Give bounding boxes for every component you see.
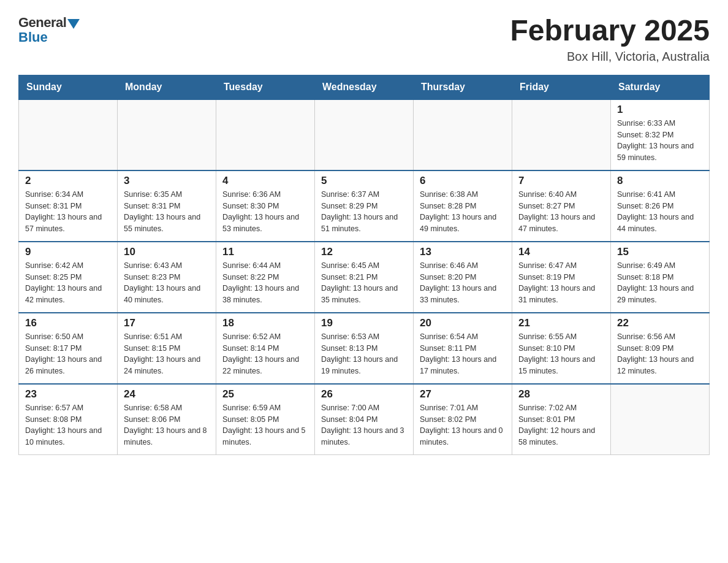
day-info: Sunrise: 6:54 AM Sunset: 8:11 PM Dayligh… [420, 331, 506, 377]
calendar-cell: 5Sunrise: 6:37 AM Sunset: 8:29 PM Daylig… [315, 170, 414, 242]
day-number: 13 [420, 246, 506, 258]
calendar-cell: 21Sunrise: 6:55 AM Sunset: 8:10 PM Dayli… [512, 313, 611, 384]
calendar-cell: 2Sunrise: 6:34 AM Sunset: 8:31 PM Daylig… [19, 170, 118, 242]
calendar-cell [118, 99, 216, 170]
day-number: 8 [617, 175, 703, 187]
day-number: 19 [321, 317, 407, 329]
calendar-cell: 14Sunrise: 6:47 AM Sunset: 8:19 PM Dayli… [512, 242, 611, 313]
calendar-cell: 11Sunrise: 6:44 AM Sunset: 8:22 PM Dayli… [216, 242, 315, 313]
calendar-cell: 9Sunrise: 6:42 AM Sunset: 8:25 PM Daylig… [19, 242, 118, 313]
calendar-header-friday: Friday [512, 75, 611, 99]
logo-blue-text: Blue [18, 29, 48, 45]
calendar-cell: 26Sunrise: 7:00 AM Sunset: 8:04 PM Dayli… [315, 384, 414, 455]
day-info: Sunrise: 6:52 AM Sunset: 8:14 PM Dayligh… [222, 331, 308, 377]
day-number: 22 [617, 317, 703, 329]
day-info: Sunrise: 7:01 AM Sunset: 8:02 PM Dayligh… [420, 402, 506, 448]
calendar-cell: 27Sunrise: 7:01 AM Sunset: 8:02 PM Dayli… [414, 384, 512, 455]
calendar-cell: 25Sunrise: 6:59 AM Sunset: 8:05 PM Dayli… [216, 384, 315, 455]
calendar-header-saturday: Saturday [611, 75, 710, 99]
day-number: 14 [518, 246, 604, 258]
day-number: 4 [222, 175, 308, 187]
calendar-header-monday: Monday [118, 75, 216, 99]
location-title: Box Hill, Victoria, Australia [510, 50, 710, 64]
calendar-week-4: 16Sunrise: 6:50 AM Sunset: 8:17 PM Dayli… [19, 313, 710, 384]
calendar-cell [512, 99, 611, 170]
day-info: Sunrise: 7:00 AM Sunset: 8:04 PM Dayligh… [321, 402, 407, 448]
day-number: 2 [25, 175, 111, 187]
calendar-cell: 19Sunrise: 6:53 AM Sunset: 8:13 PM Dayli… [315, 313, 414, 384]
page-header: General Blue February 2025 Box Hill, Vic… [18, 15, 710, 64]
logo: General Blue [18, 15, 80, 45]
calendar-cell: 8Sunrise: 6:41 AM Sunset: 8:26 PM Daylig… [611, 170, 710, 242]
calendar-week-2: 2Sunrise: 6:34 AM Sunset: 8:31 PM Daylig… [19, 170, 710, 242]
day-info: Sunrise: 6:38 AM Sunset: 8:28 PM Dayligh… [420, 189, 506, 235]
calendar-week-1: 1Sunrise: 6:33 AM Sunset: 8:32 PM Daylig… [19, 99, 710, 170]
calendar-cell: 28Sunrise: 7:02 AM Sunset: 8:01 PM Dayli… [512, 384, 611, 455]
day-info: Sunrise: 7:02 AM Sunset: 8:01 PM Dayligh… [518, 402, 604, 448]
day-number: 11 [222, 246, 308, 258]
day-info: Sunrise: 6:55 AM Sunset: 8:10 PM Dayligh… [518, 331, 604, 377]
month-title: February 2025 [510, 15, 710, 47]
calendar-cell: 18Sunrise: 6:52 AM Sunset: 8:14 PM Dayli… [216, 313, 315, 384]
calendar-cell [315, 99, 414, 170]
day-info: Sunrise: 6:45 AM Sunset: 8:21 PM Dayligh… [321, 260, 407, 306]
day-number: 26 [321, 388, 407, 400]
day-number: 25 [222, 388, 308, 400]
day-number: 28 [518, 388, 604, 400]
day-number: 6 [420, 175, 506, 187]
day-info: Sunrise: 6:49 AM Sunset: 8:18 PM Dayligh… [617, 260, 703, 306]
calendar-header-sunday: Sunday [19, 75, 118, 99]
day-number: 1 [617, 104, 703, 116]
day-info: Sunrise: 6:46 AM Sunset: 8:20 PM Dayligh… [420, 260, 506, 306]
calendar-week-3: 9Sunrise: 6:42 AM Sunset: 8:25 PM Daylig… [19, 242, 710, 313]
day-info: Sunrise: 6:35 AM Sunset: 8:31 PM Dayligh… [124, 189, 210, 235]
day-info: Sunrise: 6:33 AM Sunset: 8:32 PM Dayligh… [617, 118, 703, 164]
calendar-cell [611, 384, 710, 455]
calendar-cell [414, 99, 512, 170]
calendar-cell: 4Sunrise: 6:36 AM Sunset: 8:30 PM Daylig… [216, 170, 315, 242]
day-info: Sunrise: 6:56 AM Sunset: 8:09 PM Dayligh… [617, 331, 703, 377]
day-number: 16 [25, 317, 111, 329]
day-info: Sunrise: 6:59 AM Sunset: 8:05 PM Dayligh… [222, 402, 308, 448]
title-section: February 2025 Box Hill, Victoria, Austra… [510, 15, 710, 64]
day-number: 20 [420, 317, 506, 329]
calendar-header-row: SundayMondayTuesdayWednesdayThursdayFrid… [19, 75, 710, 99]
calendar-week-5: 23Sunrise: 6:57 AM Sunset: 8:08 PM Dayli… [19, 384, 710, 455]
day-info: Sunrise: 6:40 AM Sunset: 8:27 PM Dayligh… [518, 189, 604, 235]
day-info: Sunrise: 6:44 AM Sunset: 8:22 PM Dayligh… [222, 260, 308, 306]
calendar-cell: 7Sunrise: 6:40 AM Sunset: 8:27 PM Daylig… [512, 170, 611, 242]
day-number: 12 [321, 246, 407, 258]
calendar-cell: 15Sunrise: 6:49 AM Sunset: 8:18 PM Dayli… [611, 242, 710, 313]
day-info: Sunrise: 6:58 AM Sunset: 8:06 PM Dayligh… [124, 402, 210, 448]
calendar-cell: 12Sunrise: 6:45 AM Sunset: 8:21 PM Dayli… [315, 242, 414, 313]
calendar-cell [216, 99, 315, 170]
calendar-cell: 1Sunrise: 6:33 AM Sunset: 8:32 PM Daylig… [611, 99, 710, 170]
day-info: Sunrise: 6:34 AM Sunset: 8:31 PM Dayligh… [25, 189, 111, 235]
day-info: Sunrise: 6:53 AM Sunset: 8:13 PM Dayligh… [321, 331, 407, 377]
day-info: Sunrise: 6:41 AM Sunset: 8:26 PM Dayligh… [617, 189, 703, 235]
day-number: 7 [518, 175, 604, 187]
day-info: Sunrise: 6:36 AM Sunset: 8:30 PM Dayligh… [222, 189, 308, 235]
day-number: 15 [617, 246, 703, 258]
calendar-table: SundayMondayTuesdayWednesdayThursdayFrid… [18, 75, 710, 455]
day-info: Sunrise: 6:57 AM Sunset: 8:08 PM Dayligh… [25, 402, 111, 448]
day-info: Sunrise: 6:43 AM Sunset: 8:23 PM Dayligh… [124, 260, 210, 306]
day-number: 24 [124, 388, 210, 400]
day-number: 10 [124, 246, 210, 258]
calendar-header-wednesday: Wednesday [315, 75, 414, 99]
calendar-header-tuesday: Tuesday [216, 75, 315, 99]
calendar-cell [19, 99, 118, 170]
calendar-cell: 10Sunrise: 6:43 AM Sunset: 8:23 PM Dayli… [118, 242, 216, 313]
logo-general-text: General [18, 15, 66, 31]
day-info: Sunrise: 6:47 AM Sunset: 8:19 PM Dayligh… [518, 260, 604, 306]
day-number: 3 [124, 175, 210, 187]
calendar-cell: 13Sunrise: 6:46 AM Sunset: 8:20 PM Dayli… [414, 242, 512, 313]
calendar-cell: 6Sunrise: 6:38 AM Sunset: 8:28 PM Daylig… [414, 170, 512, 242]
day-number: 5 [321, 175, 407, 187]
day-number: 23 [25, 388, 111, 400]
day-info: Sunrise: 6:51 AM Sunset: 8:15 PM Dayligh… [124, 331, 210, 377]
calendar-cell: 24Sunrise: 6:58 AM Sunset: 8:06 PM Dayli… [118, 384, 216, 455]
day-info: Sunrise: 6:42 AM Sunset: 8:25 PM Dayligh… [25, 260, 111, 306]
day-number: 9 [25, 246, 111, 258]
calendar-cell: 3Sunrise: 6:35 AM Sunset: 8:31 PM Daylig… [118, 170, 216, 242]
